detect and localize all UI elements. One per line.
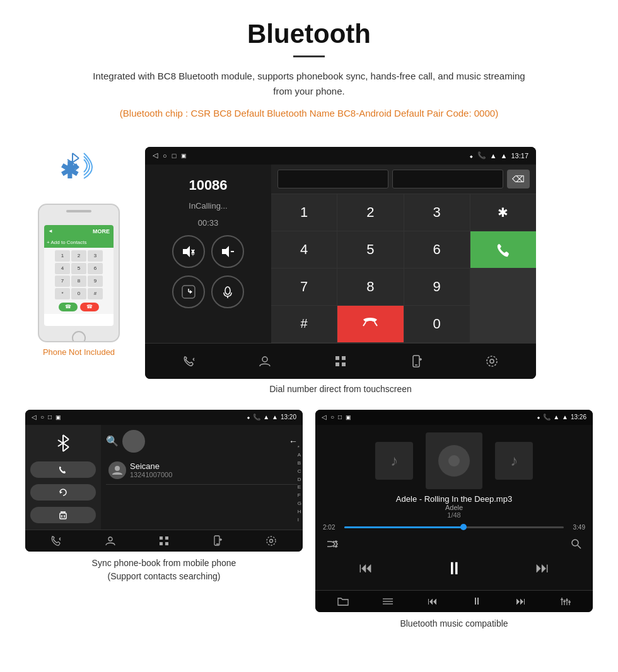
contacts-search-row: 🔍 ← — [106, 430, 298, 453]
location-icon: ⬥ — [469, 152, 474, 159]
key-5[interactable]: 5 — [337, 231, 403, 268]
end-call-button[interactable] — [337, 306, 403, 342]
music-signal-icon: ▲ — [562, 414, 568, 420]
calls-icon[interactable] — [178, 350, 201, 373]
music-home-icon: ○ — [330, 414, 334, 420]
key-6[interactable]: 6 — [404, 231, 470, 268]
music-progress-row: 2:02 3:49 — [323, 524, 585, 531]
phone-pill[interactable] — [30, 461, 96, 478]
settings-icon[interactable] — [481, 350, 503, 373]
music-body: ♪ ♪ Adele - Rolling In the Dee — [315, 425, 593, 590]
key-8[interactable]: 8 — [337, 269, 403, 305]
svg-rect-37 — [60, 513, 66, 519]
key-3[interactable]: 3 — [404, 194, 470, 231]
contact-number: 13241007000 — [130, 471, 295, 478]
numpad-grid: 1 2 3 ✱ 4 5 6 7 — [271, 194, 536, 343]
next-button[interactable]: ⏭ — [535, 560, 549, 576]
wifi-icon: ▲ — [490, 152, 497, 159]
mb-list-icon[interactable] — [383, 596, 393, 607]
contacts-screen: ◁ ○ □ ▣ ⬥ 📞 ▲ ▲ 13:20 — [25, 410, 303, 552]
key-2[interactable]: 2 — [337, 194, 403, 231]
volume-controls: + — [172, 235, 244, 268]
dial-pad: ⌫ 1 2 3 ✱ 4 5 6 — [271, 165, 536, 343]
mute-button[interactable] — [211, 275, 244, 308]
contacts-back-arrow[interactable]: ← — [289, 436, 298, 446]
song-info: Adele - Rolling In the Deep.mp3 Adele 1/… — [396, 494, 512, 519]
mb-next-icon[interactable]: ⏭ — [516, 596, 526, 607]
volume-down-button[interactable] — [211, 235, 244, 268]
volume-up-button[interactable]: + — [172, 235, 205, 268]
cb-settings-icon[interactable] — [265, 535, 277, 547]
prev-button[interactable]: ⏮ — [359, 560, 373, 576]
music-screen: ◁ ○ □ ▣ ⬥ 📞 ▲ ▲ 13:26 — [315, 410, 593, 612]
mb-play-icon[interactable]: ⏸ — [472, 596, 482, 607]
svg-line-35 — [63, 447, 69, 451]
progress-fill — [344, 526, 465, 528]
music-location-icon: ⬥ — [537, 414, 540, 420]
call-timer: 00:33 — [198, 218, 219, 228]
key-1[interactable]: 1 — [271, 194, 337, 231]
signal-bars-icon: ▲ — [501, 152, 508, 159]
dial-caption: Dial number direct from touchscreen — [145, 379, 536, 403]
svg-marker-36 — [60, 491, 62, 494]
time-total: 3:49 — [568, 524, 585, 531]
calling-status: InCalling... — [189, 201, 227, 211]
svg-rect-24 — [342, 362, 346, 366]
key-0[interactable]: 0 — [404, 306, 470, 342]
recents-nav-icon: □ — [172, 152, 177, 159]
contacts-icon[interactable] — [254, 350, 276, 373]
music-search-button[interactable] — [571, 538, 581, 549]
svg-rect-23 — [335, 362, 339, 366]
refresh-pill[interactable] — [30, 484, 96, 501]
svg-rect-49 — [160, 542, 163, 545]
svg-point-43 — [115, 466, 120, 471]
key-star[interactable]: ✱ — [470, 194, 536, 231]
album-disc — [438, 445, 470, 477]
mb-eq-icon[interactable] — [561, 596, 571, 607]
title-divider — [293, 55, 325, 57]
svg-line-18 — [363, 322, 366, 326]
music-back-icon: ◁ — [322, 414, 327, 420]
music-wifi-icon: ▲ — [553, 414, 559, 420]
contact-avatar — [108, 461, 126, 479]
svg-text:+: + — [191, 251, 195, 258]
contacts-phone-icon: 📞 — [253, 414, 260, 420]
cb-contacts-icon[interactable] — [105, 535, 116, 547]
page-header: Bluetooth Integrated with BC8 Bluetooth … — [0, 0, 618, 134]
contact-row[interactable]: Seicane 13241007000 — [106, 456, 298, 485]
screenshot-nav-icon: ▣ — [181, 153, 187, 159]
key-hash[interactable]: # — [271, 306, 337, 342]
cb-device-icon[interactable] — [212, 535, 223, 547]
grid-icon[interactable] — [329, 350, 352, 373]
svg-point-30 — [487, 356, 497, 366]
svg-rect-50 — [165, 542, 168, 545]
dial-bottom-bar — [145, 343, 536, 379]
svg-line-60 — [578, 545, 581, 548]
backspace-button[interactable]: ⌫ — [507, 170, 530, 188]
contacts-search-icon[interactable]: 🔍 — [106, 435, 119, 447]
call-button[interactable] — [470, 231, 536, 268]
contacts-recents-icon: □ — [48, 414, 52, 420]
cb-calls-icon[interactable] — [51, 535, 62, 547]
key-7[interactable]: 7 — [271, 269, 337, 305]
cb-grid-icon[interactable] — [158, 535, 170, 547]
progress-dot[interactable] — [460, 524, 467, 530]
mb-folder-icon[interactable] — [337, 596, 349, 607]
contacts-body: 🔍 ← *ABCDEFGHI — [25, 425, 303, 530]
music-screenshot-block: ◁ ○ □ ▣ ⬥ 📞 ▲ ▲ 13:26 — [315, 410, 593, 634]
shuffle-button[interactable] — [327, 538, 338, 548]
svg-rect-22 — [342, 356, 346, 360]
phone-signal-icon: 📞 — [477, 151, 486, 159]
svg-rect-48 — [165, 536, 168, 540]
svg-line-19 — [375, 322, 377, 326]
music-caption: Bluetooth music compatible — [315, 612, 593, 634]
delete-pill[interactable] — [30, 507, 96, 523]
mb-prev-icon[interactable]: ⏮ — [428, 596, 438, 607]
transfer-button[interactable] — [172, 275, 205, 308]
key-4[interactable]: 4 — [271, 231, 337, 268]
key-9[interactable]: 9 — [404, 269, 470, 305]
contact-info: Seicane 13241007000 — [130, 461, 295, 478]
play-pause-button[interactable]: ⏸ — [445, 558, 463, 579]
device-icon[interactable] — [405, 350, 428, 373]
progress-bar[interactable] — [344, 526, 564, 528]
